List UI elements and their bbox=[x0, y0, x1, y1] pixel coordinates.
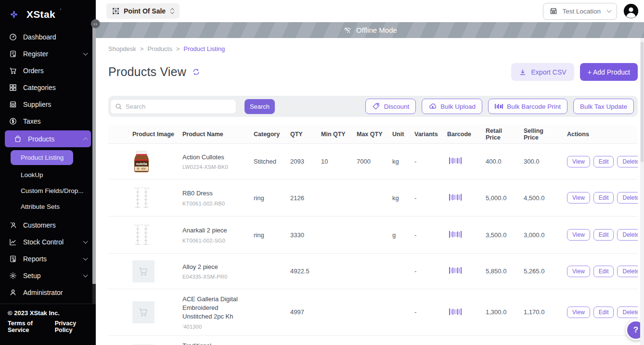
delete-button[interactable]: Delete bbox=[617, 192, 638, 204]
product-name: ACE Galleria Digital Embroidered Unstitc… bbox=[182, 295, 241, 321]
category-cell: ring bbox=[253, 231, 290, 239]
sort-arrows-icon bbox=[171, 9, 174, 13]
selling-price-cell: 1,170.0 bbox=[518, 308, 562, 316]
delete-button[interactable]: Delete bbox=[617, 229, 638, 241]
sidebar-collapse-toggle[interactable]: ‹› bbox=[91, 19, 100, 28]
view-button[interactable]: View bbox=[567, 192, 590, 204]
selling-price-cell: 5,265.0 bbox=[518, 268, 562, 275]
sidebar-subitem-custom-fields[interactable]: Custom Fields/Drop... bbox=[0, 183, 96, 199]
app-selector[interactable]: Point Of Sale bbox=[106, 3, 180, 19]
sidebar-scroll-thumb[interactable] bbox=[92, 284, 96, 304]
delete-button[interactable]: Delete bbox=[617, 266, 638, 277]
sidebar: XStak ' Dashboard Register Orders Catego… bbox=[0, 0, 96, 345]
sidebar-item-taxes[interactable]: Taxes bbox=[0, 113, 96, 129]
sidebar-item-label: Register bbox=[23, 50, 48, 58]
product-name: RB0 Dress bbox=[182, 189, 241, 198]
edit-button[interactable]: Edit bbox=[593, 229, 614, 241]
table-row: Anarkali 2 piece KT0061-002-SG0 ring 333… bbox=[108, 217, 638, 254]
product-image-cell: nutella bbox=[132, 151, 180, 173]
sidebar-item-suppliers[interactable]: Suppliers bbox=[0, 96, 96, 113]
export-csv-button[interactable]: Export CSV bbox=[511, 63, 574, 81]
sidebar-item-setup[interactable]: Setup bbox=[0, 267, 96, 284]
placeholder-image bbox=[132, 260, 155, 282]
unit-cell: kg bbox=[392, 194, 413, 202]
sidebar-item-reports[interactable]: Reports bbox=[0, 250, 96, 267]
sidebar-item-orders[interactable]: Orders bbox=[0, 62, 96, 79]
view-button[interactable]: View bbox=[567, 229, 590, 241]
download-icon bbox=[519, 68, 527, 76]
sketch-image bbox=[132, 222, 152, 247]
cart-icon bbox=[9, 66, 17, 75]
delete-button[interactable]: Delete bbox=[617, 307, 638, 318]
discount-button[interactable]: Discount bbox=[365, 99, 416, 114]
refresh-icon[interactable] bbox=[192, 68, 200, 76]
product-sku: KT0061-002-RB0 bbox=[182, 201, 249, 206]
bag-icon bbox=[13, 135, 22, 143]
privacy-link[interactable]: Privacy Policy bbox=[55, 320, 88, 333]
barcode-icon[interactable] bbox=[449, 193, 462, 201]
breadcrumb-separator: > bbox=[176, 45, 180, 52]
page-content: Shopdesk > Products > Product Listing Pr… bbox=[96, 38, 644, 345]
barcode-icon[interactable] bbox=[449, 308, 462, 315]
bulk-upload-button[interactable]: Bulk Upload bbox=[422, 99, 482, 114]
qty-cell: 4922.5 bbox=[290, 268, 321, 275]
search-input[interactable] bbox=[110, 99, 236, 114]
view-button[interactable]: View bbox=[567, 266, 590, 277]
table-body: nutella Action Cullotes LW0224-XSM-BK0 S… bbox=[108, 144, 638, 345]
unit-cell: g bbox=[392, 231, 413, 239]
barcode-icon[interactable] bbox=[449, 230, 462, 238]
sidebar-item-label: Administrator bbox=[23, 289, 63, 296]
barcode-icon[interactable] bbox=[449, 157, 462, 165]
edit-button[interactable]: Edit bbox=[593, 307, 614, 318]
page-title: Products View bbox=[108, 65, 186, 79]
gear-icon bbox=[9, 271, 17, 280]
bulk-barcode-print-button[interactable]: Bulk Barcode Print bbox=[488, 99, 567, 114]
edit-button[interactable]: Edit bbox=[593, 156, 614, 167]
sidebar-footer: © 2023 XStak Inc. Terms of Service Priva… bbox=[0, 304, 96, 345]
barcode-icon[interactable] bbox=[449, 267, 462, 274]
search-button[interactable]: Search bbox=[245, 99, 275, 114]
sidebar-item-stock-control[interactable]: Stock Control bbox=[0, 233, 96, 250]
sidebar-item-products[interactable]: Products bbox=[5, 130, 91, 147]
sidebar-item-dashboard[interactable]: Dashboard bbox=[0, 28, 96, 45]
qty-cell: 2093 bbox=[290, 158, 321, 165]
edit-button[interactable]: Edit bbox=[593, 192, 614, 204]
main-area: ‹› Point Of Sale Test Location bbox=[96, 0, 644, 345]
sidebar-item-label: Customers bbox=[23, 221, 56, 229]
terms-link[interactable]: Terms of Service bbox=[8, 320, 47, 333]
location-label: Test Location bbox=[562, 8, 601, 15]
sidebar-item-categories[interactable]: Categories bbox=[0, 79, 96, 96]
page-scroll-thumb[interactable] bbox=[641, 42, 644, 162]
chevron-down-icon bbox=[83, 256, 88, 260]
sidebar-scrollbar[interactable] bbox=[92, 22, 96, 304]
delete-button[interactable]: Delete bbox=[617, 156, 638, 167]
chevron-down-icon bbox=[607, 8, 612, 13]
sidebar-subitem-attribute-sets[interactable]: Attribute Sets bbox=[0, 199, 96, 215]
table-row: ACE Galleria Digital Embroidered Unstitc… bbox=[108, 289, 638, 336]
xstak-logo-icon bbox=[6, 6, 22, 23]
grid-icon bbox=[9, 83, 17, 91]
add-product-button[interactable]: + Add Product bbox=[580, 63, 638, 81]
sidebar-subitem-product-listing[interactable]: Product Listing bbox=[11, 150, 73, 165]
sidebar-item-register[interactable]: Register bbox=[0, 45, 96, 62]
selling-price-cell: 4,500.0 bbox=[518, 194, 562, 202]
table-row: Alloy 2 piece E04335-XSM-PR0 4922.5 - 5,… bbox=[108, 254, 638, 289]
variants-cell: - bbox=[413, 158, 443, 165]
sidebar-item-administrator[interactable]: Administrator bbox=[0, 284, 96, 301]
location-selector[interactable]: Test Location bbox=[543, 3, 617, 20]
row-actions: View Edit Delete bbox=[562, 307, 638, 318]
breadcrumb-product-listing[interactable]: Product Listing bbox=[183, 45, 225, 52]
sidebar-item-customers[interactable]: Customers bbox=[0, 217, 96, 233]
bulk-tax-update-button[interactable]: Bulk Tax Update bbox=[573, 99, 634, 114]
retail-price-cell: 400.0 bbox=[478, 158, 518, 165]
edit-button[interactable]: Edit bbox=[593, 266, 614, 277]
page-scrollbar[interactable] bbox=[640, 38, 644, 345]
view-button[interactable]: View bbox=[567, 156, 590, 167]
retail-price-cell: 1,300.0 bbox=[478, 308, 518, 316]
view-button[interactable]: View bbox=[567, 307, 590, 318]
breadcrumb-shopdesk[interactable]: Shopdesk bbox=[108, 45, 136, 52]
nutella-jar-image: nutella bbox=[132, 151, 151, 173]
sidebar-subitem-lookup[interactable]: LookUp bbox=[0, 167, 96, 183]
breadcrumb-products[interactable]: Products bbox=[147, 45, 172, 52]
avatar[interactable] bbox=[624, 4, 638, 18]
